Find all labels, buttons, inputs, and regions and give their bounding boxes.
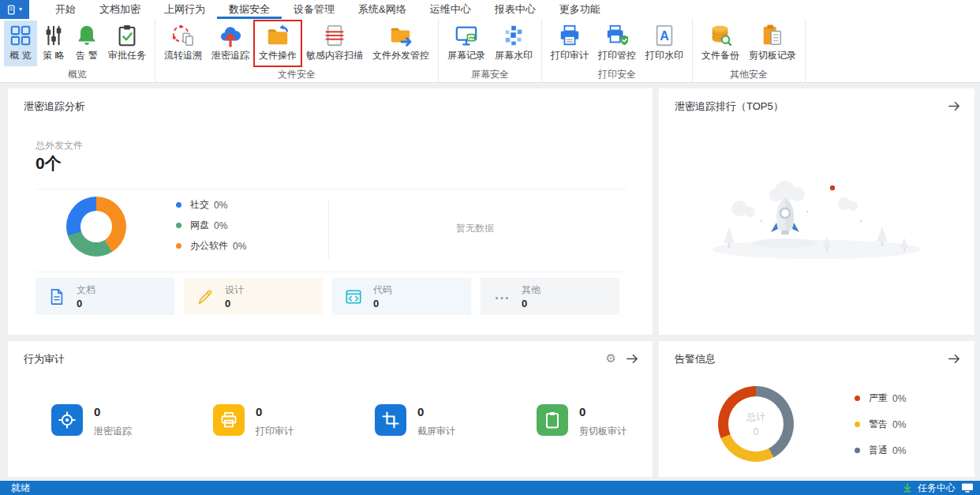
overview-grid-icon bbox=[9, 24, 32, 47]
stat-value: 0 bbox=[256, 405, 294, 418]
task-center-button[interactable]: 任务中心 bbox=[903, 482, 974, 495]
cloud-upload-icon bbox=[219, 24, 242, 47]
card-value: 0 bbox=[522, 298, 540, 309]
document-scan-icon bbox=[323, 24, 346, 47]
ribbon-group-label: 打印安全 bbox=[542, 66, 692, 84]
donut-legend: 社交 0% 网盘 0% 办公软件 0% bbox=[176, 200, 246, 261]
download-arrow-icon bbox=[903, 483, 912, 493]
ribbon-item-label: 审批任务 bbox=[108, 49, 146, 62]
ribbon-item-screen-record[interactable]: 屏幕记录 bbox=[443, 21, 490, 66]
ribbon-group-label: 文件安全 bbox=[155, 66, 438, 84]
ribbon-item-file-operations[interactable]: 文件操作 bbox=[254, 21, 301, 66]
menu-items: 开始 文档加密 上网行为 数据安全 设备管理 系统&网络 运维中心 报表中心 更… bbox=[43, 0, 612, 19]
status-bar: 就绪 任务中心 bbox=[0, 481, 980, 495]
legend-item-netdisk: 网盘 0% bbox=[176, 220, 246, 231]
ribbon-item-print-watermark[interactable]: A 打印水印 bbox=[641, 21, 688, 66]
folder-export-icon bbox=[389, 24, 413, 47]
menu-item-ops-center[interactable]: 运维中心 bbox=[418, 0, 483, 19]
card-label: 设计 bbox=[225, 283, 244, 297]
ribbon-item-approval-tasks[interactable]: 审批任务 bbox=[103, 21, 151, 66]
panel-behavior-audit: 行为审计 ⚙ 0泄密追踪 0打印审计 bbox=[8, 341, 653, 477]
card-value: 0 bbox=[77, 298, 95, 309]
app-menu-button[interactable]: ▾ bbox=[0, 0, 29, 19]
ribbon-group-print-security: 打印审计 打印管控 A 打印水印 打印安全 bbox=[542, 19, 693, 82]
legend-dot bbox=[855, 448, 860, 453]
menu-item-web-behavior[interactable]: 上网行为 bbox=[152, 0, 217, 19]
monitor-tray-icon bbox=[961, 483, 974, 493]
menu-item-system-network[interactable]: 系统&网络 bbox=[346, 0, 418, 19]
clipboard-icon bbox=[537, 404, 568, 436]
ribbon-item-leak-trace[interactable]: 泄密追踪 bbox=[207, 21, 254, 66]
ribbon-group-screen-security: 屏幕记录 屏幕水印 屏幕安全 bbox=[439, 19, 542, 82]
divider bbox=[36, 272, 627, 272]
bell-icon bbox=[75, 24, 99, 47]
card-value: 0 bbox=[373, 298, 392, 309]
ribbon-item-clipboard-record[interactable]: 剪切板记录 bbox=[744, 21, 801, 66]
donut-center-value: 0 bbox=[754, 426, 759, 437]
ribbon-group-label: 概览 bbox=[0, 66, 155, 84]
divider bbox=[36, 189, 627, 189]
folder-undo-icon bbox=[266, 24, 290, 47]
ribbon-item-sensitive-scan[interactable]: 敏感内容扫描 bbox=[301, 21, 368, 66]
stat-screenshot-audit: 0截屏审计 bbox=[375, 404, 537, 438]
ribbon-item-alert[interactable]: 告 警 bbox=[70, 21, 103, 66]
ribbon-item-flow-trace[interactable]: 流转追溯 bbox=[159, 21, 207, 66]
ribbon-item-print-control[interactable]: 打印管控 bbox=[593, 21, 641, 66]
ribbon-item-label: 文件外发管控 bbox=[372, 49, 429, 62]
arrow-right-icon[interactable] bbox=[625, 351, 640, 366]
alert-legend: 严重 0% 警告 0% 普通 0% bbox=[855, 393, 906, 471]
legend-item-critical: 严重 0% bbox=[855, 393, 906, 403]
behavior-audit-stats: 0泄密追踪 0打印审计 0截屏审计 bbox=[51, 404, 698, 438]
task-center-label: 任务中心 bbox=[918, 482, 956, 495]
card-design: 设计0 bbox=[184, 278, 323, 315]
ribbon-group-label: 屏幕安全 bbox=[439, 66, 541, 84]
stat-value: 0 bbox=[579, 405, 627, 418]
arrow-right-icon[interactable] bbox=[947, 351, 962, 366]
ribbon-item-outgoing-control[interactable]: 文件外发管控 bbox=[368, 21, 434, 66]
printer-icon bbox=[213, 404, 245, 436]
app-window-icon bbox=[7, 5, 17, 15]
ribbon-item-file-backup[interactable]: 文件备份 bbox=[697, 21, 744, 66]
ribbon-item-label: 告 警 bbox=[76, 49, 97, 62]
stat-print-audit: 0打印审计 bbox=[213, 404, 375, 438]
menu-item-more[interactable]: 更多功能 bbox=[548, 0, 612, 19]
ribbon-item-label: 泄密追踪 bbox=[211, 49, 249, 62]
ribbon-item-overview[interactable]: 概 览 bbox=[4, 21, 37, 66]
outgoing-channel-donut-chart bbox=[66, 197, 126, 257]
stat-value: 0 bbox=[417, 405, 455, 418]
document-letter-icon: A bbox=[653, 24, 676, 47]
ribbon-item-label: 屏幕水印 bbox=[495, 49, 533, 62]
panel-leak-trace-analysis: 泄密追踪分析 总外发文件 0个 社交 0% 网盘 0% 办公软件 bbox=[8, 88, 653, 335]
printer-shield-icon bbox=[605, 24, 629, 47]
card-value: 0 bbox=[225, 298, 244, 309]
menu-item-report-center[interactable]: 报表中心 bbox=[483, 0, 548, 19]
ribbon-item-policy[interactable]: 策 略 bbox=[37, 21, 70, 66]
mosaic-watermark-icon bbox=[502, 24, 526, 47]
total-outgoing-value: 0个 bbox=[36, 152, 62, 174]
menu-item-device-mgmt[interactable]: 设备管理 bbox=[282, 0, 346, 19]
panel-title: 行为审计 bbox=[24, 352, 65, 366]
menu-bar: ▾ 开始 文档加密 上网行为 数据安全 设备管理 系统&网络 运维中心 报表中心… bbox=[0, 0, 980, 19]
legend-dot bbox=[855, 396, 860, 401]
stat-label: 打印审计 bbox=[256, 425, 294, 438]
ribbon-item-label: 剪切板记录 bbox=[749, 49, 796, 62]
panel-title: 泄密追踪分析 bbox=[24, 99, 85, 114]
legend-percent: 0% bbox=[214, 200, 227, 211]
document-icon bbox=[48, 288, 65, 306]
card-label: 其他 bbox=[522, 283, 540, 297]
card-label: 文档 bbox=[77, 283, 95, 297]
ribbon-group-label: 其他安全 bbox=[693, 66, 805, 84]
ribbon-item-print-audit[interactable]: 打印审计 bbox=[546, 21, 593, 66]
menu-item-data-security[interactable]: 数据安全 bbox=[217, 0, 282, 19]
ribbon-item-label: 打印水印 bbox=[645, 49, 683, 62]
ribbon-item-screen-watermark[interactable]: 屏幕水印 bbox=[490, 21, 537, 66]
gear-icon[interactable]: ⚙ bbox=[606, 352, 616, 364]
ribbon-item-label: 概 览 bbox=[9, 49, 31, 62]
panel-title: 告警信息 bbox=[675, 352, 716, 366]
panel-leak-trace-ranking: 泄密追踪排行（TOP5） bbox=[659, 88, 974, 335]
clipboard-record-icon bbox=[761, 24, 784, 47]
menu-item-doc-encrypt[interactable]: 文档加密 bbox=[88, 0, 152, 19]
arrow-right-icon[interactable] bbox=[947, 99, 962, 114]
menu-item-start[interactable]: 开始 bbox=[43, 0, 88, 19]
legend-item-warning: 警告 0% bbox=[855, 419, 906, 429]
